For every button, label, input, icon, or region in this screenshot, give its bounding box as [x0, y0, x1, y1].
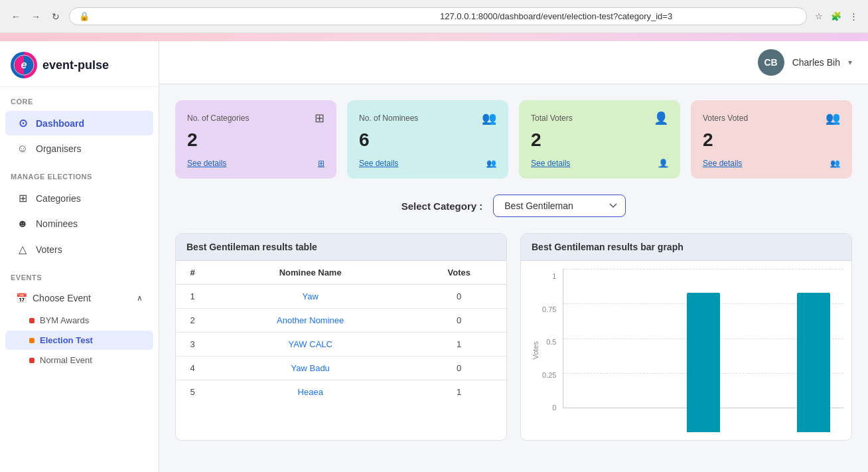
stat-card-voters-voted: Voters Voted 👥 2 See details 👥 — [691, 100, 852, 179]
top-header: CB Charles Bih ▾ — [159, 41, 868, 84]
cell-votes: 1 — [411, 333, 506, 356]
url-text: 127.0.0.1:8000/dashboard/event/election-… — [440, 11, 797, 21]
bookmark-icon[interactable]: ☆ — [812, 10, 826, 23]
stat-total-voters-title: Total Voters 👤 — [531, 111, 668, 125]
cell-name: Yaw — [209, 285, 411, 309]
stat-voters-voted-value: 2 — [703, 129, 840, 151]
browser-bar: ← → ↻ 🔒 127.0.0.1:8000/dashboard/event/e… — [0, 0, 868, 33]
logo: e event-pulse — [0, 41, 159, 87]
cell-name: Yaw Badu — [209, 356, 411, 380]
results-table-title: Best Gentileman results table — [176, 234, 506, 261]
bym-awards-label: BYM Awards — [40, 315, 89, 325]
stat-categories-value: 2 — [187, 129, 325, 151]
dashboard-body: No. of Categories ⊞ 2 See details ⊞ No. … — [159, 84, 868, 457]
y-label-075: 0.75 — [542, 305, 556, 313]
svg-text:e: e — [21, 59, 27, 70]
bar — [687, 293, 720, 432]
stat-card-nominees: No. of Nominees 👥 6 See details 👥 — [347, 100, 508, 179]
cell-num: 5 — [176, 380, 209, 404]
y-axis-label: Votes — [532, 341, 540, 360]
cell-votes: 0 — [411, 309, 506, 333]
sidebar-item-bym-awards[interactable]: BYM Awards — [5, 311, 153, 330]
stat-total-voters-link[interactable]: See details 👤 — [531, 159, 668, 168]
bar-group — [733, 293, 784, 432]
address-bar[interactable]: 🔒 127.0.0.1:8000/dashboard/event/electio… — [69, 7, 807, 25]
avatar: CB — [758, 49, 784, 76]
back-button[interactable]: ← — [8, 9, 24, 25]
browser-action-icons: ☆ 🧩 ⋮ — [812, 10, 860, 23]
cell-name: Another Nominee — [209, 309, 411, 333]
voters-icon: △ — [16, 243, 29, 256]
cell-num: 1 — [176, 285, 209, 309]
bar — [797, 293, 830, 432]
sidebar-nominees-label: Nominees — [36, 218, 78, 229]
cell-name: Heaea — [209, 380, 411, 404]
sidebar-dashboard-label: Dashboard — [36, 118, 84, 129]
calendar-icon: 📅 — [16, 293, 27, 303]
cell-num: 3 — [176, 333, 209, 356]
col-header-name: Nominee Name — [209, 261, 411, 285]
stat-voters-voted-link[interactable]: See details 👥 — [703, 159, 840, 168]
stat-categories-link[interactable]: See details ⊞ — [187, 159, 325, 168]
sidebar-organisers-label: Organisers — [36, 143, 81, 154]
lock-icon: 🔒 — [79, 11, 436, 21]
bar-group — [622, 293, 674, 432]
main-content: CB Charles Bih ▾ No. of Categories ⊞ 2 S… — [159, 41, 868, 472]
sidebar-item-nominees[interactable]: ☻ Nominees — [5, 212, 153, 236]
category-selector: Select Category : Best Gentileman Catego… — [175, 195, 852, 217]
voters-voted-link-icon: 👥 — [830, 159, 840, 168]
top-banner — [0, 33, 868, 41]
sidebar-item-categories[interactable]: ⊞ Categories — [5, 186, 153, 210]
sidebar-item-normal-event[interactable]: Normal Event — [5, 351, 153, 370]
sidebar: e event-pulse CORE ⊙ Dashboard ☺ Organis… — [0, 41, 159, 472]
sidebar-voters-label: Voters — [36, 244, 62, 255]
forward-button[interactable]: → — [28, 9, 44, 25]
sidebar-item-dashboard[interactable]: ⊙ Dashboard — [5, 111, 153, 135]
logo-text: event-pulse — [42, 58, 109, 72]
cell-num: 4 — [176, 356, 209, 380]
events-section-title: EVENTS — [0, 263, 159, 285]
event-dot-normal — [29, 358, 35, 363]
total-voters-stat-icon: 👤 — [654, 111, 668, 125]
nominees-icon: ☻ — [16, 218, 29, 230]
categories-icon: ⊞ — [16, 192, 29, 204]
category-select-dropdown[interactable]: Best Gentileman Category 2 — [493, 195, 626, 217]
logo-icon: e — [11, 52, 37, 78]
browser-navigation: ← → ↻ — [8, 9, 64, 25]
election-test-label: Election Test — [40, 335, 93, 345]
stat-voters-voted-title: Voters Voted 👥 — [703, 111, 840, 125]
sidebar-item-organisers[interactable]: ☺ Organisers — [5, 137, 153, 161]
bar-group — [567, 293, 618, 432]
sidebar-item-voters[interactable]: △ Voters — [5, 237, 153, 262]
sidebar-item-election-test[interactable]: Election Test — [5, 331, 153, 350]
normal-event-label: Normal Event — [40, 355, 92, 365]
nominees-link-icon: 👥 — [486, 159, 496, 168]
extensions-icon[interactable]: 🧩 — [830, 10, 843, 23]
table-row: 3 YAW CALC 1 — [176, 333, 506, 356]
stat-nominees-link[interactable]: See details 👥 — [359, 159, 496, 168]
col-header-num: # — [176, 261, 209, 285]
stat-total-voters-value: 2 — [531, 129, 668, 151]
menu-icon[interactable]: ⋮ — [847, 10, 860, 23]
results-grid: Best Gentileman results table # Nominee … — [175, 233, 852, 441]
event-dot-bym — [29, 318, 35, 323]
sidebar-categories-label: Categories — [36, 193, 81, 204]
y-label-1: 1 — [552, 272, 556, 280]
choose-event-header[interactable]: 📅 Choose Event ∧ — [5, 287, 153, 309]
y-label-0: 0 — [552, 404, 556, 412]
col-header-votes: Votes — [411, 261, 506, 285]
table-row: 5 Heaea 1 — [176, 380, 506, 404]
bar-group — [678, 293, 729, 432]
reload-button[interactable]: ↻ — [48, 9, 64, 25]
categories-link-icon: ⊞ — [318, 159, 325, 168]
stat-nominees-value: 6 — [359, 129, 496, 151]
cell-votes: 0 — [411, 356, 506, 380]
table-row: 2 Another Nominee 0 — [176, 309, 506, 333]
manage-section-title: MANAGE ELECTIONS — [0, 162, 159, 185]
user-dropdown-icon[interactable]: ▾ — [848, 58, 852, 67]
y-label-025: 0.25 — [542, 371, 556, 379]
y-label-05: 0.5 — [546, 338, 556, 346]
cell-num: 2 — [176, 309, 209, 333]
organisers-icon: ☺ — [16, 143, 29, 155]
stat-nominees-title: No. of Nominees 👥 — [359, 111, 496, 125]
